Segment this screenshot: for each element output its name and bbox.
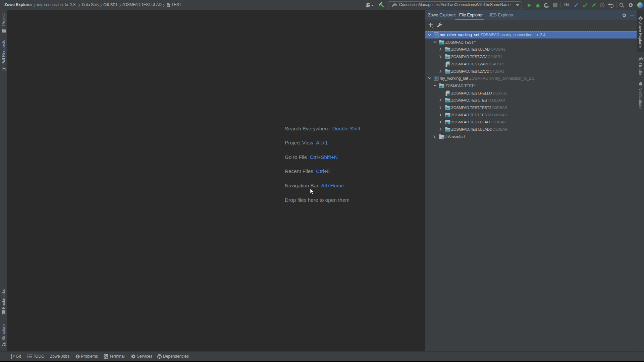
svg-text:DS: DS bbox=[446, 56, 448, 59]
svg-text:Z: Z bbox=[640, 17, 642, 20]
svg-text:DS: DS bbox=[446, 71, 448, 73]
svg-text:DS: DS bbox=[440, 42, 442, 44]
svg-text:DS: DS bbox=[440, 85, 442, 88]
svg-text:DS: DS bbox=[446, 129, 448, 131]
svg-text:DS: DS bbox=[446, 122, 448, 124]
svg-text:DS: DS bbox=[446, 115, 448, 117]
svg-text:DS: DS bbox=[446, 100, 448, 103]
svg-text:DS: DS bbox=[446, 49, 448, 52]
svg-text:DS: DS bbox=[446, 107, 448, 110]
